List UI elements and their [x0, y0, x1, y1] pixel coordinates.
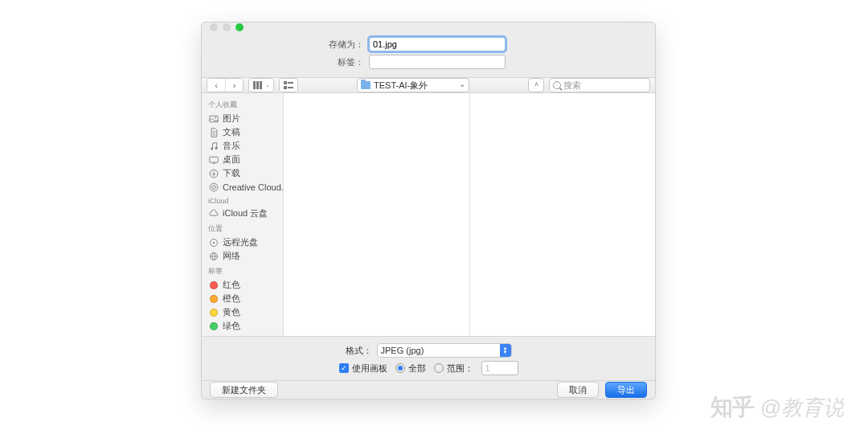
sidebar-item-label: 绿色	[223, 320, 240, 332]
sidebar-item[interactable]: 桌面	[202, 153, 283, 166]
zoom-icon[interactable]	[235, 23, 244, 31]
sidebar-item[interactable]: 红色	[202, 278, 283, 292]
svg-rect-6	[288, 87, 293, 88]
button-bar: 新建文件夹 取消 导出	[202, 380, 655, 399]
sidebar-item[interactable]: 橙色	[202, 292, 283, 305]
svg-rect-2	[260, 81, 262, 89]
sidebar-item-label: 网络	[223, 250, 240, 262]
sidebar-item[interactable]: 绿色	[202, 319, 283, 333]
sidebar-item[interactable]: iCloud 云盘	[202, 207, 283, 220]
folder-popup[interactable]: TEST-AI-象外	[357, 78, 469, 92]
sidebar-item[interactable]: 文稿	[202, 125, 283, 139]
sidebar-header: 位置	[202, 220, 283, 235]
sidebar-header: 个人收藏	[202, 96, 283, 112]
group-icon[interactable]	[280, 79, 297, 92]
column-2[interactable]	[470, 93, 656, 336]
save-as-input[interactable]	[369, 37, 506, 51]
tag-dot	[208, 280, 219, 290]
minimize-icon[interactable]	[223, 23, 231, 31]
tags-input[interactable]	[369, 55, 506, 69]
sidebar-item-label: 橙色	[223, 293, 240, 305]
disc-icon	[208, 237, 219, 248]
svg-point-10	[215, 147, 217, 149]
sidebar-item-label: 桌面	[223, 154, 240, 166]
range-all-radio[interactable]: 全部	[395, 362, 426, 375]
close-icon[interactable]	[210, 23, 218, 31]
search-input[interactable]: 搜索	[549, 78, 650, 92]
sidebar-item-label: 音乐	[223, 140, 240, 152]
format-popup[interactable]: JPEG (jpg) ▲▼	[377, 343, 512, 358]
svg-rect-11	[209, 157, 218, 162]
sidebar-item-label: 红色	[223, 279, 240, 291]
titlebar	[202, 23, 655, 32]
icloud-icon	[208, 208, 219, 219]
use-artboards-label: 使用画板	[352, 362, 387, 375]
svg-point-17	[212, 242, 214, 244]
tag-dot	[208, 293, 219, 304]
up-button[interactable]: ＾	[528, 78, 544, 92]
sidebar-item-label: 图片	[223, 113, 240, 125]
svg-rect-4	[288, 82, 293, 84]
checkbox-checked-icon: ✓	[339, 363, 349, 373]
use-artboards-checkbox[interactable]: ✓ 使用画板	[339, 362, 387, 375]
current-folder-label: TEST-AI-象外	[374, 80, 428, 92]
cloud-files-icon	[208, 182, 219, 192]
forward-button[interactable]: ›	[225, 79, 243, 92]
sidebar-item-label: 远程光盘	[223, 236, 258, 248]
export-button[interactable]: 导出	[605, 382, 647, 398]
svg-rect-3	[284, 81, 287, 84]
zhihu-logo-icon: 知乎	[710, 392, 754, 423]
svg-rect-5	[284, 86, 287, 89]
columns-view-icon[interactable]: ⌄	[249, 79, 273, 92]
sidebar-item[interactable]: 远程光盘	[202, 235, 283, 249]
new-folder-button[interactable]: 新建文件夹	[210, 382, 278, 398]
sidebar-item[interactable]: 黄色	[202, 305, 283, 319]
sidebar-item-label: 文稿	[223, 126, 240, 138]
view-mode[interactable]: ⌄	[248, 78, 274, 92]
documents-icon	[208, 127, 219, 137]
svg-rect-1	[256, 81, 259, 89]
sidebar-item[interactable]: 音乐	[202, 139, 283, 153]
format-value: JPEG (jpg)	[381, 346, 424, 355]
radio-off-icon	[434, 363, 444, 373]
search-icon	[553, 81, 561, 89]
svg-point-14	[210, 183, 218, 191]
watermark: 知乎 知乎 @教育说 @教育说	[710, 392, 844, 423]
sidebar-header: 标签	[202, 263, 283, 278]
svg-rect-0	[253, 81, 256, 89]
save-as-label: 存储为：	[202, 39, 369, 51]
range-label: 范围：	[447, 362, 473, 375]
svg-point-8	[215, 117, 216, 119]
tags-label: 标签：	[202, 56, 369, 68]
all-label: 全部	[408, 362, 426, 375]
sidebar-item[interactable]: 图片	[202, 112, 283, 125]
sidebar-item-label: 下载	[223, 167, 240, 179]
back-button[interactable]: ‹	[207, 79, 225, 92]
file-browser: 个人收藏图片文稿音乐桌面下载Creative Cloud...iCloudiCl…	[202, 93, 655, 337]
desktop-icon	[208, 154, 219, 165]
chevron-up-down-icon: ▲▼	[500, 344, 511, 357]
sidebar-item-label: 黄色	[223, 306, 240, 318]
column-1[interactable]	[284, 93, 470, 336]
music-icon	[208, 141, 219, 151]
group-by[interactable]	[279, 78, 298, 92]
radio-on-icon	[395, 363, 405, 373]
photos-icon	[208, 113, 219, 124]
sidebar-header: iCloud	[202, 194, 283, 207]
cancel-button[interactable]: 取消	[557, 382, 599, 398]
tag-dot	[208, 307, 219, 317]
format-label: 格式：	[346, 345, 372, 357]
sidebar-item[interactable]: 下载	[202, 166, 283, 180]
nav-back-forward: ‹ ›	[207, 78, 244, 92]
sidebar: 个人收藏图片文稿音乐桌面下载Creative Cloud...iCloudiCl…	[202, 93, 284, 336]
sidebar-item[interactable]: Creative Cloud...	[202, 180, 283, 194]
range-input	[481, 361, 518, 375]
range-custom-radio[interactable]: 范围：	[434, 362, 473, 375]
save-dialog: 存储为： 标签： ‹ › ⌄ TEST-AI-象外 ＾	[201, 22, 656, 399]
folder-icon	[361, 81, 371, 89]
top-fields: 存储为： 标签：	[202, 32, 655, 77]
toolbar: ‹ › ⌄ TEST-AI-象外 ＾ 搜索	[202, 77, 655, 93]
sidebar-item[interactable]: 网络	[202, 249, 283, 263]
sidebar-item-label: iCloud 云盘	[223, 207, 268, 219]
search-placeholder: 搜索	[563, 80, 581, 92]
